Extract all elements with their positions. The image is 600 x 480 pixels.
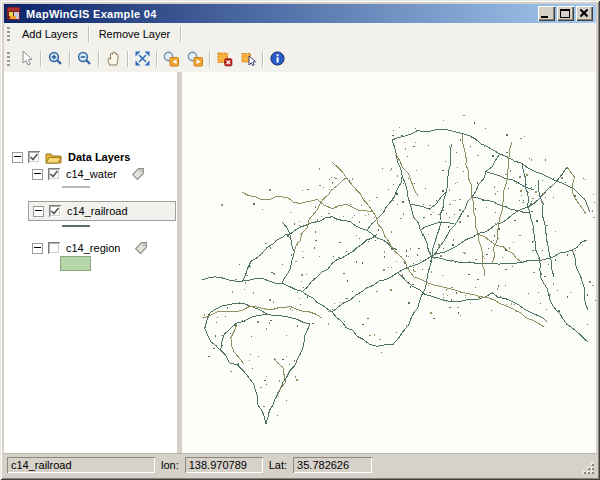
c14-region-legend-swatch (60, 256, 91, 271)
collapse-toggle-icon[interactable] (12, 152, 23, 163)
menu-grip-handle[interactable] (7, 27, 10, 41)
zoom-previous-icon[interactable] (159, 47, 183, 70)
map-canvas[interactable] (182, 72, 600, 452)
tree-node-data-layers[interactable]: Data Layers (12, 149, 130, 165)
c14-railroad-legend-swatch (62, 225, 90, 227)
zoom-in-icon[interactable] (43, 47, 67, 70)
tree-node-c14-region[interactable]: c14_region (32, 240, 148, 256)
toolbar-separator (209, 51, 210, 67)
select-shapes-icon[interactable] (236, 47, 260, 70)
app-icon (7, 7, 22, 21)
tag-icon[interactable] (131, 167, 145, 181)
tree-node-label[interactable]: c14_region (66, 242, 120, 254)
collapse-toggle-icon[interactable] (32, 243, 43, 254)
resize-grip[interactable] (582, 462, 594, 474)
status-bar: c14_railroad lon: 138.970789 Lat: 35.782… (4, 453, 596, 476)
toolbar-separator (69, 51, 70, 67)
clear-selection-icon[interactable] (212, 47, 236, 70)
tag-icon[interactable] (134, 241, 148, 255)
zoom-next-icon[interactable] (183, 47, 207, 70)
zoom-out-icon[interactable] (72, 47, 96, 70)
toolbar-separator (262, 51, 263, 67)
status-lon-label: lon: (161, 459, 179, 471)
title-bar[interactable]: MapWinGIS Example 04 (4, 4, 596, 23)
toolbar-separator (127, 51, 128, 67)
menu-separator (180, 26, 181, 42)
toolbar-separator (156, 51, 157, 67)
menu-remove-layer[interactable]: Remove Layer (91, 25, 179, 43)
collapse-toggle-icon[interactable] (33, 206, 44, 217)
status-lon-value: 138.970789 (185, 457, 263, 473)
tree-node-c14-railroad-selected[interactable]: c14_railroad (28, 201, 176, 221)
map-panel (182, 72, 596, 454)
tree-node-label[interactable]: c14_railroad (67, 205, 128, 217)
tree-node-label[interactable]: c14_water (66, 168, 117, 180)
content-area: Data Layers c14_water c14_railr (4, 72, 596, 454)
status-lat-value: 35.782626 (293, 457, 372, 473)
collapse-toggle-icon[interactable] (32, 169, 43, 180)
tree-node-label[interactable]: Data Layers (68, 151, 130, 163)
c14-railroad-checkbox[interactable] (49, 205, 61, 217)
window-title: MapWinGIS Example 04 (26, 8, 536, 20)
app-window: MapWinGIS Example 04 Add Layers Remove L… (0, 0, 600, 480)
maximize-button[interactable] (557, 6, 574, 21)
toolbar-separator (40, 51, 41, 67)
zoom-full-extent-icon[interactable] (130, 47, 154, 70)
c14-water-legend-swatch (62, 186, 90, 188)
pan-hand-icon[interactable] (101, 47, 125, 70)
c14-region-checkbox[interactable] (48, 242, 60, 254)
menu-strip: Add Layers Remove Layer (4, 23, 596, 46)
minimize-button[interactable] (538, 6, 555, 21)
c14-water-checkbox[interactable] (48, 168, 60, 180)
data-layers-checkbox[interactable] (28, 151, 40, 163)
toolbar-separator (98, 51, 99, 67)
close-button[interactable] (576, 6, 593, 21)
tool-strip (4, 45, 596, 73)
layers-tree-panel: Data Layers c14_water c14_railr (4, 72, 177, 454)
menu-separator (88, 26, 89, 42)
menu-add-layers[interactable]: Add Layers (14, 25, 86, 43)
folder-icon (45, 151, 62, 164)
toolbar-grip-handle[interactable] (7, 52, 10, 66)
status-selected-layer: c14_railroad (7, 457, 155, 473)
pointer-icon[interactable] (14, 47, 38, 70)
identify-info-icon[interactable] (265, 47, 289, 70)
tree-node-c14-water[interactable]: c14_water (32, 166, 145, 182)
status-lat-label: Lat: (269, 459, 287, 471)
